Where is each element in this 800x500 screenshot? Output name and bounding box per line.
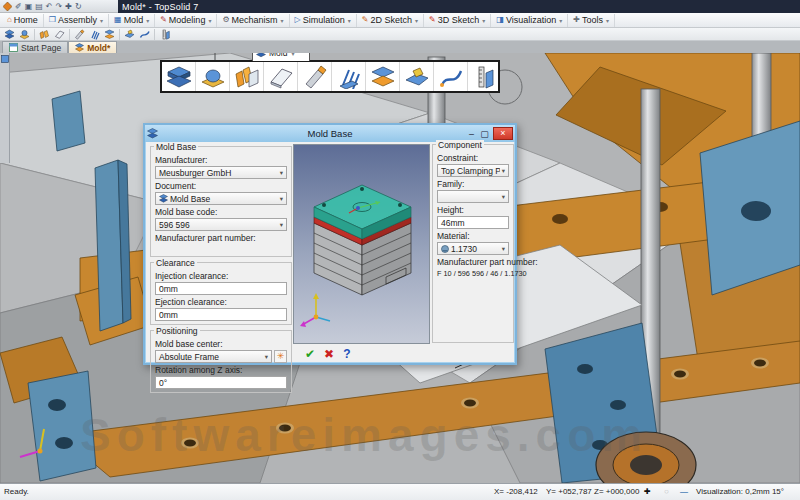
viewport[interactable]: Softwareimages.com Mold ▾ Mold B (0, 53, 800, 483)
coordinate-y: Y= +052,787 (546, 487, 592, 496)
minimize-button[interactable]: – (465, 129, 478, 139)
pan-icon[interactable]: ✚ (644, 487, 651, 496)
core-cavity-button[interactable] (366, 62, 400, 91)
core-cavity-icon[interactable] (103, 29, 116, 40)
ribbon-tab-home[interactable]: ⌂Home (2, 14, 44, 27)
chevron-down-icon[interactable]: ▾ (146, 17, 149, 24)
pin-icon[interactable]: ▾ (291, 53, 294, 57)
ribbon-tab-simulation[interactable]: ▷Simulation▾ (290, 14, 357, 27)
chevron-down-icon: ▾ (280, 195, 283, 203)
ribbon-tab-assembly[interactable]: ❒Assembly▾ (44, 14, 109, 27)
maximize-button[interactable]: ▢ (478, 129, 491, 139)
add-icon[interactable]: ✚ (65, 2, 72, 11)
molded-part-icon[interactable] (18, 29, 31, 40)
slider-icon[interactable] (123, 29, 136, 40)
material-select[interactable]: 1.1730▾ (437, 242, 509, 255)
mold-toolbar (0, 28, 800, 41)
molded-part-button[interactable] (196, 62, 230, 91)
ribbon-tab-label: Tools (582, 15, 603, 25)
dialog-right-panel: Component Constraint: Top Clamping Plate… (432, 144, 514, 348)
injection-clearance-input[interactable]: 0mm (155, 282, 287, 295)
injection-clearance-label: Injection clearance: (155, 271, 287, 281)
ribbon-tab-3d-sketch[interactable]: ✎3D Sketch▾ (424, 14, 491, 27)
family-select[interactable]: ▾ (437, 190, 509, 203)
mold-base-code-select[interactable]: 596 596▾ (155, 218, 287, 231)
guide-pin-icon[interactable] (73, 29, 86, 40)
cancel-validate-button[interactable]: ✖ (324, 347, 334, 361)
ribbon-tab-mold[interactable]: ▦Mold▾ (109, 14, 155, 27)
ok-button[interactable]: ✔ (305, 347, 315, 361)
mold-base-preview[interactable] (293, 144, 430, 344)
constraint-select[interactable]: Top Clamping Plate▾ (437, 164, 509, 177)
modeling-icon: ✎ (160, 16, 167, 24)
document-select[interactable]: Mold Base▾ (155, 192, 287, 205)
ribbon-tab-visualization[interactable]: ◨Visualization▾ (491, 14, 568, 27)
visualization-status[interactable]: Visualization: 0,2mm 15° (696, 487, 784, 496)
ejection-icon[interactable] (88, 29, 101, 40)
ribbon-tab-mechanism[interactable]: ⚙Mechanism▾ (217, 14, 289, 27)
cavity-insert-icon[interactable] (38, 29, 51, 40)
rotation-z-input[interactable]: 0° (155, 376, 287, 389)
clearance-group: Clearance Injection clearance: 0mm Eject… (150, 262, 292, 325)
ribbon-tab-label: Home (14, 15, 38, 25)
mold-base-button[interactable] (162, 62, 196, 91)
component-part-number-label: Manufacturer part number: (437, 257, 509, 267)
ribbon-tab-tools[interactable]: ✚Tools▾ (568, 14, 615, 27)
height-input[interactable]: 46mm (437, 216, 509, 229)
ejection-clearance-input[interactable]: 0mm (155, 308, 287, 321)
ribbon-tab-label: Assembly (58, 15, 97, 25)
mold-base-icon[interactable] (3, 29, 16, 40)
ejection-button[interactable] (332, 62, 366, 91)
mold-table-button[interactable] (468, 62, 496, 91)
chevron-down-icon[interactable]: ▾ (415, 17, 418, 24)
redo-icon[interactable]: ↷ (56, 2, 63, 11)
group-title: Positioning (154, 326, 200, 336)
chevron-down-icon[interactable]: ▾ (281, 17, 284, 24)
selected-value: 1.1730 (451, 244, 477, 254)
edit-icon[interactable]: ✐ (15, 2, 22, 11)
collapsed-side-panel[interactable] (0, 53, 10, 163)
window-title: Mold* - TopSolid 7 (122, 0, 198, 13)
slider-button[interactable] (400, 62, 434, 91)
ribbon-tab-modeling[interactable]: ✎Modeling▾ (155, 14, 217, 27)
plate-button[interactable] (264, 62, 298, 91)
cavity-inserts-button[interactable] (230, 62, 264, 91)
start-page-icon (9, 43, 18, 52)
cooling-icon[interactable] (138, 29, 151, 40)
bill-of-material-icon[interactable] (158, 29, 171, 40)
quick-access-toolbar: ✐ ▣ ▤ ↶ ↷ ✚ ↻ (0, 0, 118, 13)
open-document-icon[interactable]: ▤ (35, 2, 43, 11)
palette-tab-mold[interactable]: Mold ▾ (252, 53, 310, 61)
chevron-down-icon[interactable]: ▾ (559, 17, 562, 24)
coordinate-x: X= -208,412 (494, 487, 538, 496)
tab-start-page[interactable]: Start Page (2, 41, 68, 53)
chevron-down-icon: ▾ (502, 167, 505, 175)
mold-icon (256, 53, 266, 58)
help-button[interactable]: ? (343, 347, 350, 361)
tools-icon: ✚ (573, 16, 580, 24)
pick-point-button[interactable]: ✳ (274, 350, 287, 363)
undo-icon[interactable]: ↶ (46, 2, 53, 11)
mold-palette (160, 60, 500, 93)
new-document-icon[interactable]: ▣ (25, 2, 33, 11)
cooling-button[interactable] (434, 62, 468, 91)
constraint-label: Constraint: (437, 153, 509, 163)
chevron-down-icon[interactable]: ▾ (482, 17, 485, 24)
tab-mold[interactable]: Mold* (68, 41, 117, 53)
refresh-icon[interactable]: ↻ (75, 2, 82, 11)
chevron-down-icon[interactable]: ▾ (100, 17, 103, 24)
coordinate-z: Z= +000,000 (594, 487, 639, 496)
chevron-down-icon[interactable]: ▾ (208, 17, 211, 24)
close-button[interactable]: × (493, 127, 513, 140)
manufacturer-select[interactable]: Meusburger GmbH▾ (155, 166, 287, 179)
ribbon-tab-label: Mechanism (232, 15, 278, 25)
chevron-down-icon[interactable]: ▾ (348, 17, 351, 24)
guide-pin-button[interactable] (298, 62, 332, 91)
chevron-down-icon[interactable]: ▾ (606, 17, 609, 24)
plate-icon[interactable] (53, 29, 66, 40)
dialog-buttons: ✔ ✖ ? (305, 347, 350, 361)
mold-base-center-select[interactable]: Absolute Frame▾ (155, 350, 272, 363)
ribbon-tab-2d-sketch[interactable]: ✎2D Sketch▾ (357, 14, 424, 27)
chevron-down-icon: ▾ (502, 245, 505, 253)
mold-icon: ▦ (114, 16, 122, 24)
